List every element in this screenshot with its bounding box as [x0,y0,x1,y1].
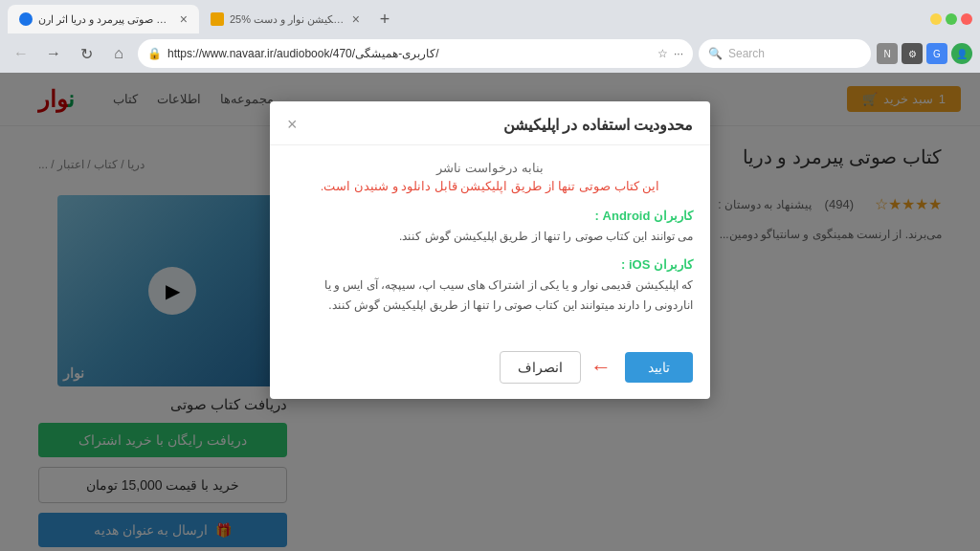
modal-android-section: کاربران Android : می توانند این کتاب صوت… [287,209,693,246]
modal-dialog: محدودیت استفاده در اپلیکیشن × بنابه درخو… [270,101,710,399]
modal-body: بنابه درخواست ناشر این کتاب صوتی تنها از… [270,145,710,342]
url-right-actions: ☆ ··· [657,47,683,60]
modal-footer: تایید ← انصراف [270,342,710,399]
modal-title: محدودیت استفاده در اپلیکیشن [503,116,693,134]
tab-favicon [19,12,33,26]
other-tab-close-icon[interactable]: × [352,11,360,27]
tab-close-icon[interactable]: × [180,11,188,27]
other-tab-label: 25% تخفیف اپلیکیشن نوار و دست... [230,13,346,26]
active-tab[interactable]: کتاب صوتی پیرمرد و دریا اثر ارن... × [8,5,199,33]
modal-header: محدودیت استفاده در اپلیکیشن × [270,101,710,145]
ext-icon-3[interactable]: G [926,43,947,64]
modal-ios-section: کاربران iOS : که اپلیکیشن قدیمی نوار و ی… [287,257,693,315]
ext-icon-1[interactable]: N [877,43,898,64]
back-button[interactable]: ← [8,40,34,67]
maximize-button[interactable] [946,13,957,25]
search-placeholder: Search [728,47,765,60]
modal-android-text: می توانند این کتاب صوتی را تنها از طریق … [287,227,693,246]
modal-subtitle: بنابه درخواست ناشر [287,161,693,175]
cancel-button[interactable]: انصراف [500,351,581,384]
search-bar[interactable]: 🔍 Search [699,39,871,68]
modal-overlay: محدودیت استفاده در اپلیکیشن × بنابه درخو… [0,73,980,551]
refresh-button[interactable]: ↻ [73,40,100,67]
modal-android-title: کاربران Android : [287,209,693,223]
confirm-button[interactable]: تایید [625,352,693,383]
window-controls [930,13,972,25]
home-button[interactable]: ⌂ [105,40,132,67]
url-text: https://www.navaar.ir/audiobook/470/کارب… [167,47,652,60]
modal-ios-text: که اپلیکیشن قدیمی نوار و یا یکی از اشترا… [287,276,693,315]
extensions-area: N ⚙ G 👤 [877,43,972,64]
modal-close-button[interactable]: × [287,115,298,135]
active-tab-label: کتاب صوتی پیرمرد و دریا اثر ارن... [38,13,174,26]
profile-icon[interactable]: 👤 [951,43,972,64]
modal-highlight: این کتاب صوتی تنها از طریق اپلیکیشن قابل… [287,179,693,193]
other-tab-favicon [211,12,224,26]
url-bar[interactable]: 🔒 https://www.navaar.ir/audiobook/470/کا… [138,39,693,68]
modal-ios-title: کاربران iOS : [287,257,693,272]
bookmark-icon[interactable]: ☆ [657,47,668,60]
minimize-button[interactable] [930,13,942,25]
close-button[interactable] [961,13,972,25]
forward-button[interactable]: → [40,40,67,67]
ext-icon-2[interactable]: ⚙ [902,43,923,64]
new-tab-button[interactable]: + [371,6,398,33]
arrow-icon: ← [590,355,612,380]
other-tab[interactable]: 25% تخفیف اپلیکیشن نوار و دست... × [199,5,371,33]
more-icon[interactable]: ··· [674,47,683,60]
lock-icon: 🔒 [147,47,162,60]
search-icon: 🔍 [708,47,723,60]
